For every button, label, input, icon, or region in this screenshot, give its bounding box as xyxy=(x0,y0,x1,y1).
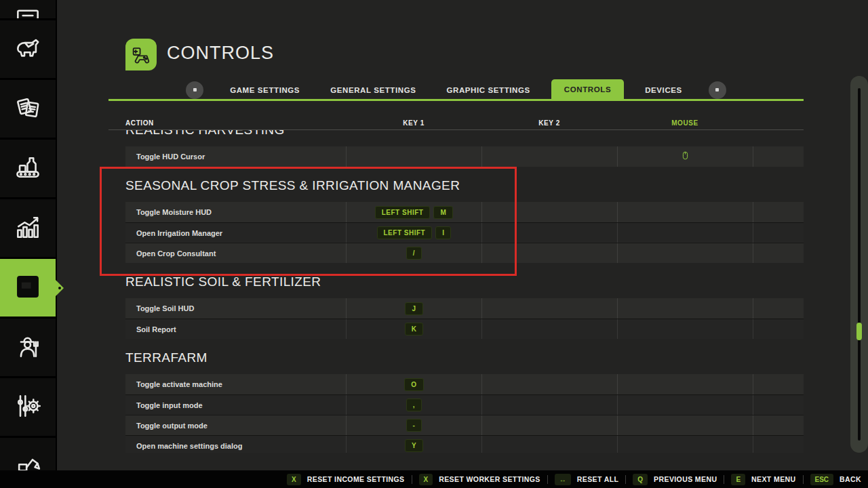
key-cell[interactable]: LEFT SHIFTM xyxy=(346,202,481,222)
sidebar-item-statistics[interactable] xyxy=(0,199,56,259)
key-cell[interactable] xyxy=(481,223,617,243)
key-cell[interactable] xyxy=(481,243,617,263)
key-badge: K xyxy=(405,323,424,336)
mouse-cell[interactable] xyxy=(617,223,753,243)
scrollbar[interactable] xyxy=(850,76,868,453)
section-title: REALISTIC SOIL & FERTILIZER xyxy=(108,272,804,291)
key-cell[interactable] xyxy=(346,146,481,167)
key-cell[interactable]: / xyxy=(346,243,481,263)
mouse-cell[interactable] xyxy=(617,298,753,319)
column-header-mouse: MOUSE xyxy=(617,119,753,127)
footer-action-reset-income-settings[interactable]: XRESET INCOME SETTINGS xyxy=(287,474,404,485)
sidebar-item-contracts[interactable] xyxy=(0,80,56,140)
sidebar-item-production[interactable] xyxy=(0,140,56,199)
footer-separator xyxy=(547,475,548,484)
sidebar-item-settings[interactable] xyxy=(0,259,56,319)
mouse-cell[interactable] xyxy=(617,415,753,435)
right-arrow-icon xyxy=(715,88,719,92)
action-label: Toggle Moisture HUD xyxy=(125,202,346,222)
mouse-cell[interactable] xyxy=(617,202,753,222)
hotkey-badge: X xyxy=(419,474,433,485)
mouse-cell[interactable] xyxy=(617,243,753,263)
key-cell[interactable] xyxy=(481,146,617,167)
action-label: Open Irrigation Manager xyxy=(125,223,346,243)
footer-action-back[interactable]: ESCBACK xyxy=(810,474,862,485)
key-cell[interactable] xyxy=(481,319,617,339)
footer-action-reset-all[interactable]: ↔RESET ALL xyxy=(555,474,619,485)
key-badge: I xyxy=(435,226,451,239)
control-binding-row[interactable]: Soil ReportK xyxy=(125,319,804,339)
key-badge: J xyxy=(405,302,422,315)
documents-icon xyxy=(13,93,43,125)
key-badge: , xyxy=(406,399,422,411)
action-label: Soil Report xyxy=(125,319,346,339)
key-cell[interactable]: K xyxy=(346,319,481,339)
key-cell[interactable] xyxy=(481,395,617,415)
tab-controls[interactable]: CONTROLS xyxy=(551,79,624,100)
action-label: Open Crop Consultant xyxy=(125,243,346,263)
spare-cell xyxy=(753,223,804,243)
key-cell[interactable]: Y xyxy=(346,436,481,453)
control-binding-row[interactable]: Open machine settings dialogY xyxy=(125,435,804,453)
hotkey-badge: X xyxy=(287,474,301,485)
action-label: Toggle HUD Cursor xyxy=(125,146,346,167)
key-cell[interactable] xyxy=(481,298,617,319)
footer-separator xyxy=(724,475,724,484)
gamepad-icon xyxy=(130,43,153,66)
mouse-cell[interactable] xyxy=(617,395,753,415)
tab-game-settings[interactable]: GAME SETTINGS xyxy=(220,86,309,94)
key-cell[interactable] xyxy=(481,374,617,394)
section-rows: Toggle activate machineOToggle input mod… xyxy=(125,374,804,453)
tabs-prev-button[interactable] xyxy=(186,81,203,99)
control-binding-row[interactable]: Open Irrigation ManagerLEFT SHIFTI xyxy=(125,222,804,243)
hotkey-label: RESET ALL xyxy=(577,475,619,483)
section-title: TERRAFARM xyxy=(108,348,804,367)
control-binding-row[interactable]: Toggle activate machineO xyxy=(125,374,804,394)
tab-general-settings[interactable]: GENERAL SETTINGS xyxy=(321,86,425,94)
footer-separator xyxy=(625,475,626,484)
spare-cell xyxy=(753,298,804,319)
tab-graphic-settings[interactable]: GRAPHIC SETTINGS xyxy=(437,86,539,94)
key-cell[interactable]: J xyxy=(346,298,481,319)
tab-devices[interactable]: DEVICES xyxy=(635,86,692,94)
key-cell[interactable] xyxy=(481,202,617,222)
active-notch-dot xyxy=(58,287,61,289)
key-badge: / xyxy=(406,247,422,260)
control-binding-row[interactable]: Toggle Moisture HUDLEFT SHIFTM xyxy=(125,202,804,222)
mouse-cell[interactable] xyxy=(617,319,753,339)
footer-action-reset-worker-settings[interactable]: XRESET WORKER SETTINGS xyxy=(419,474,540,485)
control-binding-row[interactable]: Toggle HUD Cursor xyxy=(125,146,804,167)
control-binding-row[interactable]: Toggle input mode, xyxy=(125,394,804,415)
footer-action-previous-menu[interactable]: QPREVIOUS MENU xyxy=(633,474,717,485)
key-cell[interactable]: LEFT SHIFTI xyxy=(346,223,481,243)
column-header-action: ACTION xyxy=(125,119,346,127)
key-cell[interactable] xyxy=(481,436,617,453)
mouse-cell[interactable] xyxy=(617,374,753,394)
sidebar-item-animals[interactable] xyxy=(0,20,56,80)
footer-separator xyxy=(412,475,412,484)
scrollbar-thumb[interactable] xyxy=(856,323,862,340)
section-rows: Toggle Soil HUDJSoil ReportK xyxy=(125,298,804,339)
control-binding-row[interactable]: Open Crop Consultant/ xyxy=(125,243,804,263)
key-cell[interactable]: O xyxy=(346,374,481,394)
footer-action-next-menu[interactable]: ENEXT MENU xyxy=(731,474,795,485)
spare-cell xyxy=(753,243,804,263)
tabs-next-button[interactable] xyxy=(709,81,726,99)
scrollbar-track[interactable] xyxy=(858,88,861,441)
action-label: Toggle output mode xyxy=(125,415,346,435)
mouse-cell[interactable] xyxy=(617,146,753,167)
sidebar-item-farmer[interactable] xyxy=(0,319,56,378)
tab-bar: GAME SETTINGSGENERAL SETTINGSGRAPHIC SET… xyxy=(108,79,804,100)
hotkey-badge: ESC xyxy=(810,474,834,485)
key-cell[interactable] xyxy=(481,415,617,435)
sidebar-item-map[interactable] xyxy=(0,0,56,20)
sidebar-item-tools[interactable] xyxy=(0,378,56,438)
table-header: ACTION KEY 1 KEY 2 MOUSE xyxy=(125,117,804,129)
key-cell[interactable]: - xyxy=(346,415,481,435)
action-label: Toggle activate machine xyxy=(125,374,346,394)
key-cell[interactable]: , xyxy=(346,395,481,415)
mouse-cell[interactable] xyxy=(617,436,753,453)
control-binding-row[interactable]: Toggle Soil HUDJ xyxy=(125,298,804,319)
control-binding-row[interactable]: Toggle output mode- xyxy=(125,415,804,435)
controls-table: REALISTIC HARVESTINGToggle HUD CursorSEA… xyxy=(108,130,804,453)
